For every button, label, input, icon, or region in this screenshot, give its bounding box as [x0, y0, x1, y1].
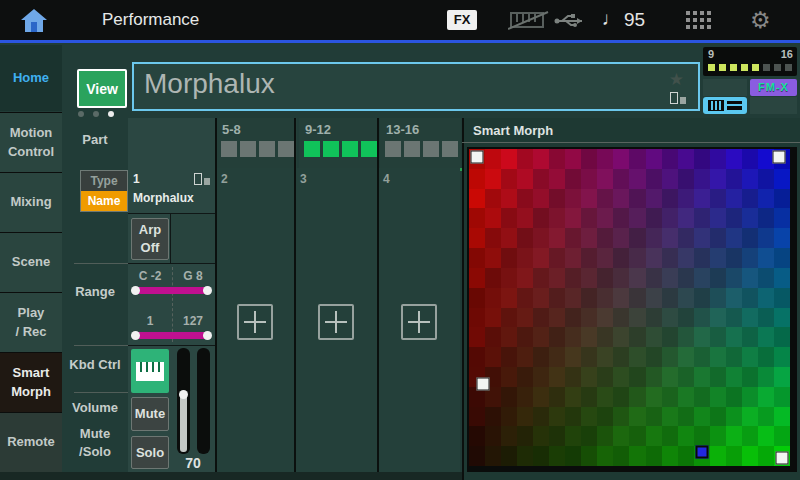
page-dots[interactable]: [78, 111, 122, 119]
morph-tile: [517, 228, 533, 248]
morph-tile: [629, 367, 645, 387]
morph-tile: [501, 387, 517, 407]
morph-tile: [533, 189, 549, 209]
sidebar-item-play-rec[interactable]: Play / Rec: [0, 292, 62, 352]
add-part-3-button[interactable]: [318, 304, 354, 340]
morph-tile: [517, 327, 533, 347]
morph-tile: [533, 407, 549, 427]
note-range-low[interactable]: C -2: [132, 269, 168, 283]
morph-tile: [726, 248, 742, 268]
morph-tile: [581, 169, 597, 189]
volume-fader[interactable]: [177, 348, 190, 454]
arp-button[interactable]: Arp Off: [131, 218, 169, 260]
morph-marker-white[interactable]: [775, 452, 788, 465]
part-square: [361, 141, 377, 157]
morph-tile: [694, 347, 710, 367]
part-square: [423, 141, 439, 157]
morph-tile: [678, 426, 694, 446]
morph-marker-white[interactable]: [477, 377, 490, 390]
sidebar-item-mixing[interactable]: Mixing: [0, 172, 62, 232]
velocity-range-high[interactable]: 127: [175, 314, 211, 328]
morph-tile: [613, 446, 629, 466]
part-square: [221, 141, 237, 157]
morph-tile: [678, 367, 694, 387]
morph-tile: [533, 248, 549, 268]
page-dot[interactable]: [93, 111, 99, 117]
keyboard-slash-icon[interactable]: [508, 11, 550, 30]
morph-tile: [694, 327, 710, 347]
morph-tile: [742, 407, 758, 427]
mute-button[interactable]: Mute: [131, 397, 169, 431]
sidebar-item-scene[interactable]: Scene: [0, 232, 62, 292]
sidebar-item-remote[interactable]: Remote: [0, 412, 62, 472]
part-1-number: 1: [133, 172, 140, 186]
part-group-tab-13-16[interactable]: 13-16: [380, 118, 461, 168]
add-part-4-button[interactable]: [401, 304, 437, 340]
sidebar-item-motion-control[interactable]: Motion Control: [0, 112, 62, 172]
morph-marker-blue[interactable]: [695, 445, 708, 458]
favorite-star-icon[interactable]: ★: [669, 69, 684, 90]
type-button[interactable]: Type: [81, 171, 127, 191]
velocity-range-slider[interactable]: [132, 332, 211, 339]
morph-tile: [726, 327, 742, 347]
morph-tile: [613, 208, 629, 228]
morph-tile: [485, 446, 501, 466]
bottom-edge: [0, 472, 462, 480]
view-mode-icon[interactable]: [703, 97, 747, 114]
part-group-tab-9-12[interactable]: 9-12: [299, 118, 378, 168]
morph-tile: [710, 149, 726, 169]
home-icon[interactable]: [20, 7, 48, 33]
morph-tile: [581, 367, 597, 387]
morph-tile: [549, 367, 565, 387]
settings-icon[interactable]: ⚙: [750, 7, 771, 34]
list-glyph: [727, 101, 742, 110]
morph-tile: [581, 248, 597, 268]
morph-tile: [629, 446, 645, 466]
morph-tile: [549, 446, 565, 466]
part-led: [719, 64, 726, 71]
morph-tile: [613, 248, 629, 268]
kbd-ctrl-button[interactable]: [131, 349, 169, 393]
view-button[interactable]: View: [77, 69, 127, 108]
morph-tile: [742, 268, 758, 288]
morph-tile: [726, 288, 742, 308]
morph-marker-white[interactable]: [471, 150, 484, 163]
morph-marker-white[interactable]: [772, 150, 785, 163]
morph-tile: [678, 228, 694, 248]
note-range-high[interactable]: G 8: [175, 269, 211, 283]
fx-indicator[interactable]: FX: [447, 10, 477, 30]
performance-name: Morphalux: [144, 68, 275, 100]
morph-tile: [533, 169, 549, 189]
performance-name-box[interactable]: Morphalux ★: [132, 62, 700, 111]
note-range-slider[interactable]: [132, 287, 211, 294]
accent-divider: [0, 40, 800, 43]
morph-tile: [694, 149, 710, 169]
morph-tile: [485, 426, 501, 446]
morph-tile: [517, 189, 533, 209]
page-dot-active[interactable]: [108, 111, 114, 117]
sidebar-item-home[interactable]: Home: [0, 45, 62, 111]
part-group-tab-5-8[interactable]: 5-8: [216, 118, 297, 168]
morph-tile: [613, 169, 629, 189]
solo-button[interactable]: Solo: [131, 436, 169, 469]
flag-icon: [194, 173, 210, 185]
smart-morph-map[interactable]: [469, 149, 790, 466]
morph-tile: [549, 268, 565, 288]
add-part-2-button[interactable]: [237, 304, 273, 340]
morph-tile: [758, 248, 774, 268]
morph-tile: [533, 387, 549, 407]
morph-tile: [581, 426, 597, 446]
name-button[interactable]: Name: [81, 191, 127, 211]
volume-fader-thumb[interactable]: [179, 390, 188, 399]
tempo-value[interactable]: 95: [624, 9, 645, 31]
part-4-column: 4: [379, 168, 460, 472]
type-name-toggle[interactable]: Type Name: [80, 170, 128, 212]
velocity-range-low[interactable]: 1: [132, 314, 168, 328]
morph-tile: [646, 387, 662, 407]
sidebar-item-smart-morph[interactable]: Smart Morph: [0, 352, 62, 412]
morph-tile: [581, 208, 597, 228]
quick-setup-grid-icon[interactable]: [686, 11, 714, 30]
part-group-label: 5-8: [222, 122, 241, 137]
page-dot[interactable]: [78, 111, 84, 117]
morph-tile: [469, 327, 485, 347]
